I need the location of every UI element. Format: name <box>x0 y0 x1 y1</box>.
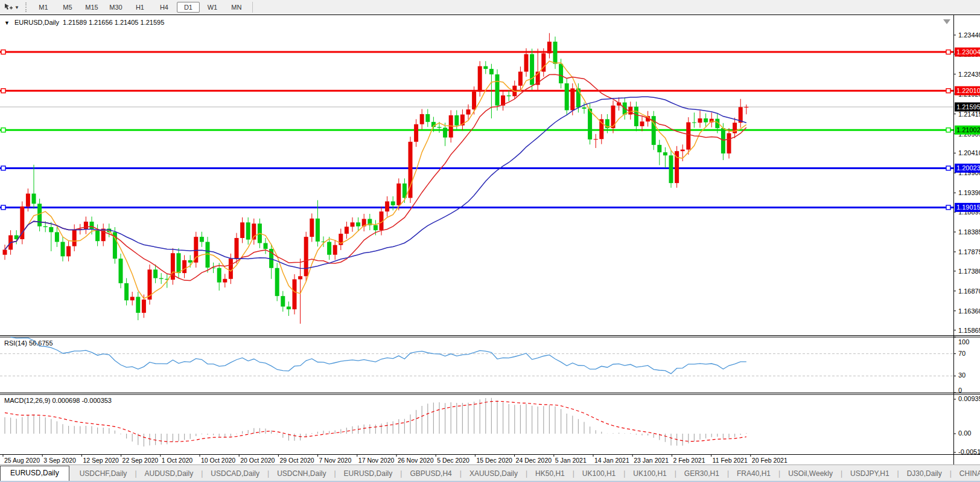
tab-usoil-weekly[interactable]: USOil,Weekly <box>780 467 841 481</box>
candle <box>206 242 210 268</box>
timeframe-button-M1[interactable]: M1 <box>32 2 55 13</box>
hline-handle[interactable] <box>946 128 950 132</box>
timeframe-button-H4[interactable]: H4 <box>153 2 176 13</box>
chart-canvas[interactable]: 1.234401.229501.224351.219251.214151.209… <box>0 15 980 465</box>
ma-line-5 <box>5 61 746 298</box>
current-price-badge-text: 1.21595 <box>956 103 980 111</box>
date-label: 7 Nov 2020 <box>319 457 352 464</box>
tab-uk100-h1[interactable]: UK100,H1 <box>574 467 623 481</box>
candle <box>316 219 320 242</box>
candle <box>281 296 285 306</box>
tab-gbpusd-h4[interactable]: GBPUSD,H4 <box>402 467 459 481</box>
tab-eurusd-daily[interactable]: EURUSD,Daily <box>336 467 401 481</box>
tab-uk100-h1[interactable]: UK100,H1 <box>625 467 674 481</box>
timeframe-button-M15[interactable]: M15 <box>80 2 103 13</box>
tab-audusd-daily[interactable]: AUDUSD,Daily <box>137 467 202 481</box>
price-badge-1.21002: 1.21002 <box>955 126 980 135</box>
rsi-axis-label: 100 <box>958 338 969 345</box>
candle <box>84 222 88 229</box>
tab-ger30-h1[interactable]: GER30,H1 <box>676 467 727 481</box>
candle <box>374 225 378 230</box>
price-badge-1.20023: 1.20023 <box>955 164 980 173</box>
candle <box>90 222 94 230</box>
price-tick-label: 1.19390 <box>958 189 980 196</box>
rsi-line <box>11 337 746 374</box>
candle <box>72 230 77 246</box>
price-tick-label: 1.15865 <box>958 327 980 334</box>
tab-eurusd-daily[interactable]: EURUSD,Daily <box>0 466 69 481</box>
hline-handle[interactable] <box>1 89 5 93</box>
candle <box>385 201 389 211</box>
candle <box>721 128 725 153</box>
timeframe-button-D1[interactable]: D1 <box>177 2 200 13</box>
tab-fra40-h1[interactable]: FRA40,H1 <box>729 467 778 481</box>
hline-handle[interactable] <box>946 89 950 93</box>
timeframe-toolbar: ▼ M1M5M15M30H1H4D1W1MN <box>0 0 980 15</box>
price-tick-label: 1.23440 <box>958 31 980 39</box>
hline-handle[interactable] <box>1 128 5 132</box>
candle <box>240 222 244 238</box>
tab-usdcnh-daily[interactable]: USDCNH,Daily <box>269 467 334 481</box>
candle <box>182 260 186 273</box>
hline-handle[interactable] <box>946 50 950 54</box>
tab-usdcad-daily[interactable]: USDCAD,Daily <box>203 467 267 481</box>
timeframe-button-M5[interactable]: M5 <box>56 2 79 13</box>
macd-axis-label: 0.00 <box>958 429 971 437</box>
hline-handle[interactable] <box>946 205 950 210</box>
chart-symbol-label: EURUSD,Daily <box>14 19 59 26</box>
date-label: 11 Feb 2021 <box>713 457 748 464</box>
candle <box>264 243 268 249</box>
date-label: 5 Jan 2021 <box>555 457 587 464</box>
current-price-badge: 1.21595 <box>955 103 980 112</box>
date-label: 10 Oct 2020 <box>201 457 235 464</box>
date-label: 2 Feb 2021 <box>673 457 705 464</box>
chart-window: 1.234401.229501.224351.219251.214151.209… <box>0 14 980 465</box>
hline-handle[interactable] <box>1 205 5 210</box>
chart-shift-marker-icon[interactable] <box>943 19 950 24</box>
toolbar-separator <box>252 2 253 13</box>
date-label: 22 Sep 2020 <box>122 457 159 464</box>
date-label: 25 Aug 2020 <box>4 457 40 464</box>
timeframe-button-M30[interactable]: M30 <box>104 2 127 13</box>
chart-tool-icon[interactable] <box>2 2 14 13</box>
date-label: 3 Sep 2020 <box>43 457 76 464</box>
timeframe-button-W1[interactable]: W1 <box>201 2 224 13</box>
candle <box>43 227 48 227</box>
tab-hk50-h1[interactable]: HK50,H1 <box>527 467 573 481</box>
tab-china300-h1[interactable]: CHINA300,H1 <box>952 467 980 481</box>
candle <box>547 42 552 53</box>
candle <box>293 279 297 309</box>
tool-dropdown-caret[interactable]: ▼ <box>14 5 19 10</box>
chart-context-arrow[interactable]: ▼ <box>4 20 10 26</box>
hline-handle[interactable] <box>946 166 950 170</box>
candle <box>454 115 459 126</box>
candle <box>153 269 158 278</box>
price-tick-label: 1.16870 <box>958 288 980 295</box>
panel-borders <box>0 15 980 465</box>
candle <box>223 279 227 283</box>
timeframe-button-H1[interactable]: H1 <box>129 2 151 13</box>
tab-usdjpy-h1[interactable]: USDJPY,H1 <box>842 467 897 481</box>
candle <box>686 122 690 149</box>
date-label: 12 Sep 2020 <box>83 457 119 464</box>
candle <box>287 307 291 310</box>
candle <box>177 253 181 273</box>
tab-xauusd-daily[interactable]: XAUUSD,Daily <box>462 467 526 481</box>
tab-usdchf-daily[interactable]: USDCHF,Daily <box>72 467 135 481</box>
candle <box>594 139 598 140</box>
date-label: 23 Jan 2021 <box>634 457 669 464</box>
price-badge-1.23004-text: 1.23004 <box>956 48 980 56</box>
candle <box>507 95 511 96</box>
candle <box>32 194 36 204</box>
candle <box>553 42 558 64</box>
macd-panel: 0.0093540.00-0.005156 <box>5 395 980 455</box>
candle <box>304 237 308 276</box>
timeframe-button-MN[interactable]: MN <box>225 2 248 13</box>
hline-handle[interactable] <box>1 166 5 170</box>
candle <box>49 227 53 232</box>
candle <box>472 92 476 110</box>
hline-handle[interactable] <box>1 50 5 54</box>
rsi-axis-label: 70 <box>958 350 966 357</box>
tab-dj30-daily[interactable]: DJ30,Daily <box>899 467 950 481</box>
candle <box>298 276 302 279</box>
